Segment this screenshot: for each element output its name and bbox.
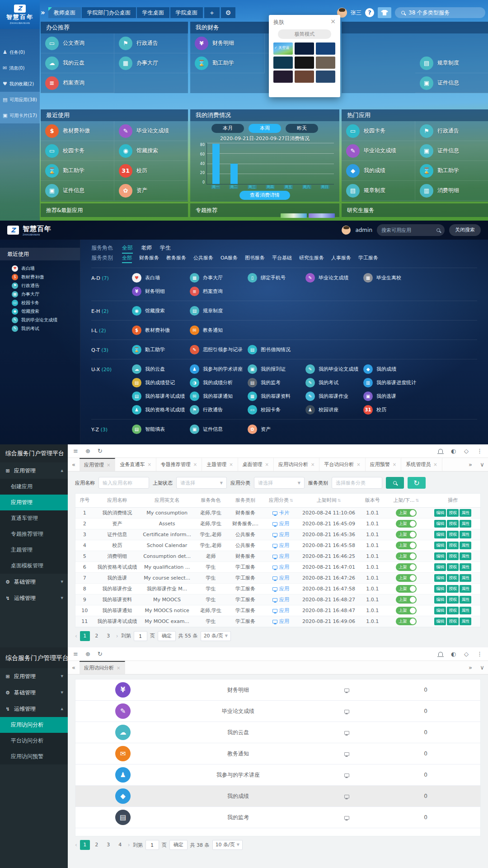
tab-close-icon[interactable]: × [265,462,269,467]
theme-thumbnail[interactable] [295,71,314,83]
access-row[interactable]: ▤ 我的监考 0 0 [75,807,480,828]
column-header[interactable]: 上架时间⇅ [299,494,358,507]
tab-close-icon[interactable]: × [229,462,233,467]
globe-icon[interactable]: ⊕ [85,651,90,657]
action-button[interactable]: 授权 [447,574,459,582]
column-header[interactable]: 应用名称⇅ [94,494,141,507]
app-item[interactable]: ◑ 我的成绩分析 [190,376,248,389]
sidebar-item[interactable]: ♟ 任务(0) [0,44,40,60]
submenu-item[interactable]: 应用访问预警 [0,749,68,764]
sort-icon[interactable]: ⇅ [338,498,341,503]
consume-tab[interactable]: 本周 [249,124,281,133]
app-item[interactable]: ▣ 我的报到证 [248,362,305,376]
recent-item[interactable]: ▦ 办事大厅 [0,290,80,298]
category-option[interactable]: 全部 [122,255,132,263]
cell-class-link[interactable]: 应用 [263,594,299,605]
sort-icon[interactable]: ⇅ [290,498,293,503]
jump-page-input[interactable] [145,840,159,850]
sort-icon[interactable]: ⇅ [415,498,419,503]
sidebar-item[interactable]: ✉ 消息(0) [0,60,40,76]
class-select[interactable]: 请选择▼ [254,477,305,489]
action-button[interactable]: 编辑 [434,618,446,625]
action-button[interactable]: 授权 [447,607,459,614]
reset-button[interactable]: ↻ [408,477,426,489]
service-search[interactable]: 38 个多类型服务 [395,7,485,18]
app-tile[interactable]: ⌛ 勤工助学 [415,161,488,181]
publish-toggle[interactable]: 上架 [396,596,417,604]
menu-group-header[interactable]: ⊞ 应用管理 ▼ [0,668,68,684]
admin-tab[interactable]: 桌面管理 × [238,458,274,471]
admin-tab[interactable]: 应用访问分析 × [274,458,319,471]
recent-item[interactable]: ⚑ 行政通告 [0,281,80,290]
app-tile[interactable]: ◆ 我的成绩 [342,161,415,181]
panel-topic-bar[interactable]: 专题推荐 [190,203,339,217]
action-button[interactable]: 编辑 [434,509,446,517]
refresh-icon[interactable]: ↻ [98,651,103,657]
desktop-settings-button[interactable]: ⚙ [221,7,236,18]
skin-button[interactable] [378,7,391,18]
admin-tab[interactable]: 系统管理员 × [401,458,442,471]
app-item[interactable]: ▦ 毕业生离校 [363,271,421,284]
cell-class-link[interactable]: 应用 [263,605,299,616]
action-button[interactable]: 属性 [460,542,471,549]
action-button[interactable]: 授权 [447,563,459,571]
cell-class-link[interactable]: 应用 [263,518,299,529]
app-item[interactable]: 31 校历 [363,403,421,416]
access-row[interactable]: ◆ 我的成绩 0 0 [75,786,480,807]
submenu-item[interactable]: 主题管理 [0,542,68,558]
app-item[interactable]: ▣ 证件信息 [190,422,248,436]
avatar[interactable] [342,226,351,235]
menu-group-header[interactable]: ↯ 运维管理 ▲ [0,701,68,717]
admin-tab[interactable]: 专题推荐管理 × [156,458,202,471]
tabs-scroll-left[interactable]: « [68,664,80,671]
category-option[interactable]: 学工服务 [358,255,378,263]
app-item[interactable]: ✉ 教务通知 [190,323,248,337]
app-tile[interactable]: ▣ 证件信息 [415,141,488,161]
consume-tab[interactable]: 本月 [211,124,244,133]
column-header[interactable]: 应用分类⇅ [263,494,299,507]
action-button[interactable]: 编辑 [434,607,446,614]
tab-close-icon[interactable]: × [193,462,197,467]
app-tile[interactable]: $ 教材费补缴 [41,121,114,141]
publish-toggle[interactable]: 上架 [396,563,417,571]
consume-tab[interactable]: 昨天 [286,124,318,133]
access-row[interactable]: ¥ 财务明细 0 0 [75,679,480,701]
close-search-button[interactable]: 关闭搜索 [449,224,481,236]
panel-recommend-bar[interactable]: 推荐&最新应用 [41,203,188,217]
app-item[interactable]: ¥ 财务明细 [132,284,190,298]
cell-class-link[interactable]: 卡片 [263,507,299,518]
menu-group-header[interactable]: ⊞ 应用管理 ▲ [0,462,68,479]
menu-group-header[interactable]: ↯ 运维管理 ▼ [0,590,68,606]
more-icon[interactable]: ⋮ [477,448,483,454]
desktop-tab[interactable]: 学院桌面 [170,7,203,18]
column-header[interactable]: 应用英文名⇅ [141,494,193,507]
app-tile[interactable]: ⌛ 勤工助学 [41,161,114,181]
submenu-item[interactable]: 应用访问分析 [0,717,68,733]
app-item[interactable]: ▣ 我的选课 [363,389,421,403]
app-item[interactable]: ▭ 校园卡务 [248,403,305,416]
theme-thumbnail[interactable] [316,42,335,55]
app-tile[interactable]: ▭ 公文查询 [41,33,114,53]
panel-graduate-bar[interactable]: 研究生服务 [342,203,488,217]
page-size-select[interactable]: 20 条/页▼ [201,631,231,641]
next-page-icon[interactable]: › [116,633,118,639]
cell-class-link[interactable]: 应用 [263,616,299,627]
tabs-scroll-right[interactable]: » [465,461,476,468]
action-button[interactable]: 属性 [460,509,471,517]
action-button[interactable]: 授权 [447,509,459,517]
category-option[interactable]: 公共服务 [193,255,213,263]
app-item[interactable]: ▦ 我的慕课资料 [248,389,305,403]
access-row[interactable]: ✉ 教务通知 0 0 [75,743,480,764]
access-row[interactable]: ✎ 毕业论文成绩 0 0 [75,701,480,722]
desktop-tab[interactable]: 学院部门办公桌面 [82,7,136,18]
publish-toggle[interactable]: 上架 [396,618,417,625]
promo-thumbnail[interactable] [309,213,335,218]
publish-toggle[interactable]: 上架 [396,552,417,560]
app-item[interactable]: ☁ 我的云盘 [132,362,190,376]
tab-close-icon[interactable]: × [107,462,110,467]
page-number[interactable]: 3 [103,631,113,641]
cell-class-link[interactable]: 应用 [263,551,299,561]
app-item[interactable]: ✉ 我的慕课通知 [190,389,248,403]
cell-class-link[interactable]: 应用 [263,561,299,572]
sidebar-item[interactable]: ▣ 可用卡片(17) [0,108,40,123]
